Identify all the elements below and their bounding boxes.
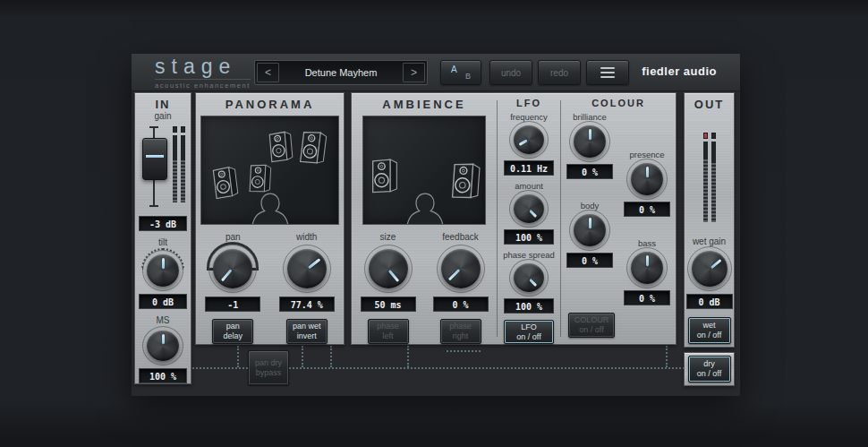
panorama-panel: PANORAMA pan -1 pan delay width 77.4 % (195, 92, 345, 345)
preset-prev-button[interactable]: < (257, 63, 279, 82)
speaker-icon (208, 163, 243, 200)
ambience-panel: AMBIENCE size 50 ms phase left feedback … (351, 92, 677, 345)
in-gain-fader-handle[interactable] (142, 138, 167, 180)
pan-knob[interactable] (213, 249, 252, 288)
header-bar: stage acoustic enhancement < Detune Mayh… (132, 54, 740, 91)
lfo-frequency-knob[interactable] (514, 125, 544, 154)
preset-browser: < Detune Mayhem > (254, 60, 428, 85)
tilt-knob[interactable] (147, 254, 179, 287)
presence-value: 0 % (624, 202, 670, 217)
feedback-knob[interactable] (441, 249, 481, 288)
ab-a-label: A (451, 64, 457, 74)
in-title: IN (156, 98, 171, 111)
colour-on-off-button[interactable]: COLOUR on / off (568, 313, 615, 338)
brilliance-knob[interactable] (574, 125, 606, 158)
feedback-value: 0 % (433, 297, 489, 312)
undo-button[interactable]: undo (489, 60, 532, 85)
width-knob[interactable] (287, 249, 327, 288)
bass-value: 0 % (624, 290, 670, 305)
signal-path-line (139, 367, 685, 369)
signal-path-connector (302, 346, 303, 367)
ambience-title: AMBIENCE (382, 98, 465, 111)
ms-label: MS (157, 315, 170, 325)
dry-on-off-button[interactable]: dry on / off (688, 356, 731, 383)
speaker-icon (247, 161, 274, 193)
size-value: 50 ms (361, 297, 416, 312)
speaker-icon (298, 127, 330, 165)
brilliance-value: 0 % (566, 164, 613, 179)
speaker-icon (370, 156, 399, 193)
clip-indicator-right (711, 133, 716, 139)
ab-b-label: B (465, 72, 471, 81)
panorama-visualization (200, 116, 339, 225)
logo-text: stage (155, 56, 251, 77)
phase-left-button[interactable]: phase left (368, 319, 409, 344)
brand-name: fiedler audio (642, 64, 717, 78)
pan-value: -1 (205, 297, 260, 312)
ab-compare-button[interactable]: A B (440, 60, 481, 85)
in-panel: IN gain -3 dB tilt 0 dB MS 100 % (134, 92, 191, 384)
preset-next-button[interactable]: > (403, 63, 425, 82)
speaker-icon (450, 159, 483, 200)
speaker-icon (267, 128, 294, 163)
pan-wet-invert-button[interactable]: pan wet invert (286, 319, 328, 344)
lfo-frequency-value: 0.11 Hz (504, 160, 554, 176)
phase-right-button[interactable]: phase right (440, 319, 481, 344)
bass-knob[interactable] (631, 252, 663, 284)
ms-value: 100 % (139, 368, 187, 383)
listener-icon (399, 192, 451, 225)
wet-gain-label: wet gain (693, 236, 726, 246)
width-label: width (296, 232, 317, 242)
colour-title: COLOUR (591, 98, 645, 108)
in-gain-fader[interactable] (140, 126, 167, 207)
body-knob[interactable] (574, 214, 606, 246)
menu-button[interactable] (586, 60, 629, 85)
lfo-amount-value: 100 % (504, 229, 554, 245)
wet-gain-knob[interactable] (692, 251, 728, 287)
listener-icon (244, 192, 296, 225)
pan-delay-button[interactable]: pan delay (212, 319, 253, 344)
pan-label: pan (226, 232, 241, 242)
signal-path-connector (330, 346, 332, 367)
out-meters (703, 133, 716, 222)
lfo-amount-knob[interactable] (514, 194, 544, 223)
wet-on-off-button[interactable]: wet on / off (688, 317, 731, 344)
presence-knob[interactable] (631, 163, 663, 195)
in-gain-label: gain (155, 111, 172, 121)
hamburger-icon (600, 67, 615, 78)
signal-path-connector (666, 346, 668, 367)
lfo-title: LFO (516, 98, 541, 108)
out-title: OUT (694, 98, 724, 111)
feedback-label: feedback (442, 232, 479, 242)
logo-tagline: acoustic enhancement (155, 79, 251, 90)
panorama-title: PANORAMA (226, 98, 315, 111)
signal-path-stub (447, 350, 481, 352)
pan-dry-bypass-button[interactable]: pan dry bypass (248, 350, 289, 385)
size-label: size (380, 232, 396, 242)
preset-name[interactable]: Detune Mayhem (281, 61, 401, 84)
tilt-label: tilt (158, 237, 167, 247)
lfo-on-off-button[interactable]: LFO on / off (504, 320, 554, 344)
in-meters (173, 126, 185, 202)
clip-indicator-left (703, 133, 708, 139)
redo-button[interactable]: redo (538, 60, 581, 85)
dry-panel: dry on / off (684, 352, 735, 386)
plugin-window: stage acoustic enhancement < Detune Mayh… (132, 54, 740, 396)
width-value: 77.4 % (279, 297, 335, 312)
tilt-value: 0 dB (139, 294, 187, 309)
ms-knob[interactable] (147, 331, 179, 361)
signal-path-connector (237, 346, 239, 367)
lfo-phase-spread-knob[interactable] (514, 263, 544, 292)
ambience-visualization (362, 116, 486, 225)
lfo-phase-spread-value: 100 % (504, 298, 554, 314)
wet-gain-value: 0 dB (686, 294, 733, 309)
logo: stage acoustic enhancement (155, 56, 251, 90)
in-gain-value: -3 dB (139, 216, 187, 231)
signal-path-connector (407, 346, 409, 367)
body-value: 0 % (566, 253, 613, 268)
out-panel: OUT wet gain 0 dB wet on / off (684, 92, 735, 348)
size-knob[interactable] (369, 249, 408, 288)
